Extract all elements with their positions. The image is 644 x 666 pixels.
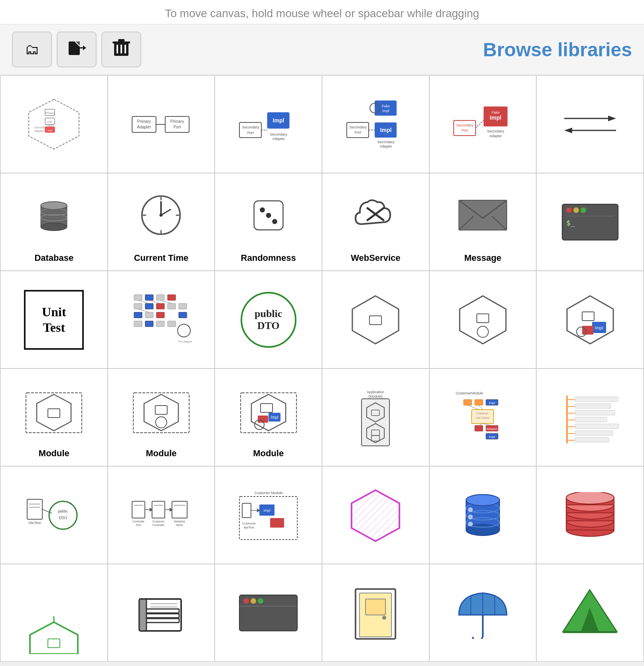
- svg-marker-113: [352, 296, 399, 344]
- svg-text:public: public: [58, 509, 68, 513]
- svg-rect-97: [168, 303, 176, 309]
- svg-text:Adapter: Adapter: [490, 134, 502, 138]
- cell-randomness[interactable]: Randomness: [215, 173, 322, 271]
- svg-rect-126: [48, 409, 60, 418]
- svg-point-247: [243, 598, 249, 604]
- svg-point-254: [382, 616, 386, 620]
- svg-text:Use Cases: Use Cases: [476, 416, 490, 419]
- svg-rect-104: [156, 321, 164, 327]
- svg-marker-125: [37, 394, 71, 431]
- svg-line-69: [161, 209, 171, 215]
- svg-rect-169: [575, 410, 615, 415]
- cell-purple-hex[interactable]: [322, 466, 429, 564]
- svg-rect-175: [575, 431, 613, 435]
- svg-point-183: [49, 501, 77, 529]
- svg-rect-81: [459, 200, 507, 230]
- svg-rect-122: [582, 326, 593, 335]
- current-time-label: Current Time: [134, 253, 189, 263]
- svg-marker-58: [608, 116, 616, 121]
- svg-rect-95: [145, 303, 153, 309]
- open-button[interactable]: 🗂: [12, 32, 52, 67]
- svg-point-248: [251, 598, 256, 604]
- cell-terminal[interactable]: $_: [536, 173, 644, 271]
- cell-red-layers[interactable]: [536, 466, 644, 564]
- cell-arrows[interactable]: [536, 75, 644, 173]
- svg-rect-28: [239, 122, 261, 138]
- cell-current-time[interactable]: Current Time: [108, 173, 215, 271]
- svg-rect-242: [139, 599, 146, 631]
- cell-fake-impl-red[interactable]: Secondary Port Fake Impl Secondary Adapt…: [429, 75, 537, 173]
- cell-hexagonal-arch[interactable]: Primary Use Cases Impl Secondary Adapter: [0, 75, 108, 173]
- svg-text:Adapter: Adapter: [34, 130, 44, 133]
- svg-rect-7: [118, 39, 124, 42]
- cell-controller-test[interactable]: Controller Test Customer Controller Modu…: [108, 466, 215, 564]
- svg-rect-25: [165, 116, 189, 132]
- red-layers-icon: [562, 492, 618, 538]
- svg-text:Fake: Fake: [492, 110, 500, 114]
- cell-umbrella-blue[interactable]: [429, 564, 537, 662]
- cell-customer-module[interactable]: CustomerModule Impl Customer Use Cases A…: [429, 368, 537, 466]
- svg-text:Mock: Mock: [176, 524, 183, 526]
- cell-hex-outline-plain[interactable]: [322, 271, 429, 368]
- cell-hex-outline-impl[interactable]: Impl: [536, 271, 644, 368]
- svg-rect-114: [369, 316, 381, 325]
- door-icon: [352, 585, 399, 641]
- cell-green-partial[interactable]: [0, 564, 108, 662]
- svg-rect-177: [575, 437, 609, 442]
- svg-rect-147: [464, 400, 472, 405]
- svg-text:Impl: Impl: [382, 109, 389, 113]
- svg-line-109: [160, 300, 172, 303]
- svg-text:Adapter: Adapter: [272, 137, 285, 141]
- delete-button[interactable]: [101, 32, 141, 67]
- cell-module-hex-circle[interactable]: Module: [108, 368, 215, 466]
- cell-customer-api-test[interactable]: Customer Module Impl Customer ApiTest: [215, 466, 322, 564]
- svg-rect-39: [347, 122, 369, 138]
- svg-rect-240: [143, 619, 179, 623]
- export-icon: [67, 38, 86, 61]
- cell-module-hex-impl[interactable]: Impl Module: [215, 368, 322, 466]
- svg-text:$_: $_: [566, 219, 575, 227]
- svg-text:Customer: Customer: [476, 412, 489, 415]
- svg-text:Customer: Customer: [242, 522, 256, 525]
- svg-point-87: [581, 207, 586, 213]
- cell-app-module[interactable]: Application (Module): [322, 368, 429, 466]
- svg-rect-127: [133, 393, 189, 433]
- terminal-2-icon: [237, 593, 299, 633]
- module-hex-circle-label: Module: [146, 448, 176, 459]
- cell-web-service[interactable]: WebService: [322, 173, 429, 271]
- cell-door-icon[interactable]: [322, 564, 429, 662]
- cell-hex-outline-circle[interactable]: [429, 271, 537, 368]
- cell-public-dto[interactable]: publicDTO: [215, 271, 322, 368]
- svg-rect-239: [143, 614, 179, 618]
- cell-secondary-port-impl[interactable]: Secondary Port Impl Secondary Adapter: [215, 75, 322, 173]
- complex-diagram-icon: The diagram represents a Modular Applica…: [130, 291, 192, 349]
- svg-text:Impl: Impl: [489, 435, 495, 439]
- cell-message[interactable]: Message: [429, 173, 537, 271]
- cell-complex-diagram[interactable]: The diagram represents a Modular Applica…: [108, 271, 215, 368]
- cell-unit-test[interactable]: UnitTest: [0, 271, 108, 368]
- cell-fake-impl-secondary[interactable]: Fake Impl Secondary Port Impl Secondary …: [322, 75, 429, 173]
- cell-module-hex-plain[interactable]: Module: [0, 368, 108, 466]
- export-button[interactable]: [57, 32, 97, 67]
- svg-text:Secondary: Secondary: [34, 126, 48, 129]
- cell-tree-diagram[interactable]: [536, 368, 644, 466]
- svg-rect-238: [143, 609, 179, 613]
- cell-database[interactable]: Database: [0, 173, 108, 271]
- svg-text:Adapter: Adapter: [486, 427, 498, 431]
- cell-book-icon[interactable]: [108, 564, 215, 662]
- svg-rect-106: [179, 312, 187, 318]
- svg-marker-235: [30, 622, 78, 654]
- cell-tent-green[interactable]: [536, 564, 644, 662]
- cell-blue-database[interactable]: [429, 466, 537, 564]
- blue-database-icon: [461, 491, 505, 539]
- hex-outline-plain-icon: [348, 294, 403, 346]
- svg-text:Primary: Primary: [137, 119, 151, 124]
- cell-terminal-2[interactable]: [215, 564, 322, 662]
- public-dto-circle: publicDTO: [241, 292, 296, 348]
- svg-text:Controller: Controller: [152, 524, 165, 526]
- cell-dto-test[interactable]: DtoTest public DTO: [0, 466, 108, 564]
- svg-rect-253: [365, 599, 385, 615]
- trash-icon: [113, 38, 130, 61]
- cell-primary-adapter-port[interactable]: Primary Adapter Primary Port: [108, 75, 215, 173]
- green-partial-icon: [24, 614, 84, 654]
